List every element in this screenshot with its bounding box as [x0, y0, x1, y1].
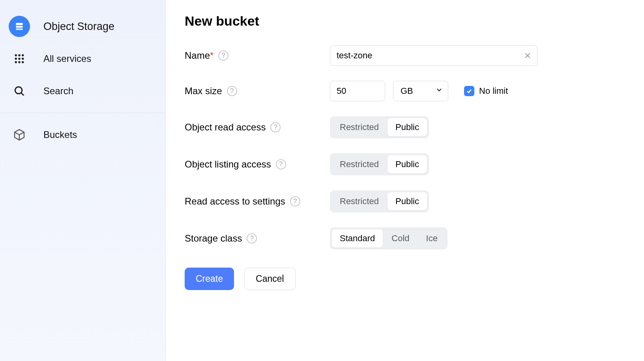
sidebar-label: All services — [43, 53, 91, 64]
svg-point-11 — [22, 61, 24, 63]
svg-rect-0 — [16, 23, 22, 25]
no-limit-checkbox[interactable]: No limit — [464, 86, 508, 96]
svg-rect-2 — [16, 28, 22, 30]
svg-point-12 — [15, 87, 22, 94]
sidebar-label: Search — [43, 86, 73, 97]
row-object-listing: Object listing access ? Restricted Publi… — [185, 153, 625, 175]
svg-point-7 — [18, 58, 21, 60]
row-object-read: Object read access ? Restricted Public — [185, 116, 625, 138]
divider — [0, 113, 165, 113]
row-max-size: Max size ? GB No limit — [185, 81, 625, 101]
seg-standard[interactable]: Standard — [332, 229, 383, 247]
sidebar-item-search[interactable]: Search — [0, 75, 165, 107]
bucket-name-input[interactable] — [330, 45, 537, 66]
required-mark: * — [210, 50, 213, 61]
sidebar-label: Object Storage — [43, 20, 114, 33]
svg-point-4 — [18, 54, 21, 57]
svg-point-3 — [15, 54, 17, 57]
label-object-listing: Object listing access ? — [185, 159, 330, 170]
max-size-input[interactable] — [330, 81, 385, 101]
create-button[interactable]: Create — [185, 268, 234, 290]
svg-point-5 — [22, 54, 24, 57]
row-name: Name* ? — [185, 45, 625, 66]
sidebar-item-object-storage[interactable]: Object Storage — [0, 10, 165, 43]
label-name: Name* ? — [185, 50, 330, 61]
svg-line-13 — [21, 93, 24, 95]
row-settings-read: Read access to settings ? Restricted Pub… — [185, 190, 625, 212]
seg-public[interactable]: Public — [388, 118, 427, 136]
grid-icon — [9, 48, 30, 69]
help-icon[interactable]: ? — [276, 159, 286, 169]
seg-public[interactable]: Public — [388, 192, 427, 210]
seg-cold[interactable]: Cold — [384, 229, 417, 247]
svg-point-9 — [15, 61, 17, 63]
seg-public[interactable]: Public — [388, 155, 427, 173]
seg-ice[interactable]: Ice — [418, 229, 446, 247]
row-storage-class: Storage class ? Standard Cold Ice — [185, 227, 625, 249]
seg-restricted[interactable]: Restricted — [332, 118, 387, 136]
seg-restricted[interactable]: Restricted — [332, 155, 387, 173]
svg-point-6 — [15, 58, 17, 60]
cancel-button[interactable]: Cancel — [244, 268, 296, 290]
storage-icon — [9, 16, 30, 37]
label-storage-class: Storage class ? — [185, 233, 330, 244]
sidebar: Object Storage All services Search Bucke… — [0, 0, 166, 361]
chevron-down-icon — [435, 86, 443, 96]
help-icon[interactable]: ? — [290, 196, 300, 207]
page-title: New bucket — [185, 13, 625, 29]
close-icon — [524, 52, 532, 60]
segmented-storage-class: Standard Cold Ice — [330, 227, 447, 249]
segmented-object-read: Restricted Public — [330, 116, 429, 138]
help-icon[interactable]: ? — [247, 233, 257, 244]
segmented-object-listing: Restricted Public — [330, 153, 429, 175]
main-content: New bucket Name* ? Max size ? GB — [166, 0, 644, 361]
svg-rect-1 — [16, 26, 22, 28]
search-icon — [9, 80, 30, 102]
cube-icon — [9, 124, 30, 145]
help-icon[interactable]: ? — [270, 122, 281, 132]
help-icon[interactable]: ? — [227, 86, 237, 96]
form-actions: Create Cancel — [185, 268, 625, 290]
segmented-settings-read: Restricted Public — [330, 190, 429, 212]
svg-point-8 — [22, 58, 24, 60]
label-object-read: Object read access ? — [185, 122, 330, 133]
help-icon[interactable]: ? — [218, 50, 228, 61]
label-max-size: Max size ? — [185, 86, 330, 97]
unit-select[interactable]: GB — [393, 81, 448, 101]
sidebar-label: Buckets — [43, 129, 77, 140]
clear-name-button[interactable] — [522, 50, 534, 61]
label-settings-read: Read access to settings ? — [185, 196, 330, 207]
checkbox-checked-icon — [464, 86, 474, 96]
sidebar-item-buckets[interactable]: Buckets — [0, 119, 165, 151]
seg-restricted[interactable]: Restricted — [332, 192, 387, 210]
svg-point-10 — [18, 61, 21, 63]
sidebar-item-all-services[interactable]: All services — [0, 43, 165, 75]
